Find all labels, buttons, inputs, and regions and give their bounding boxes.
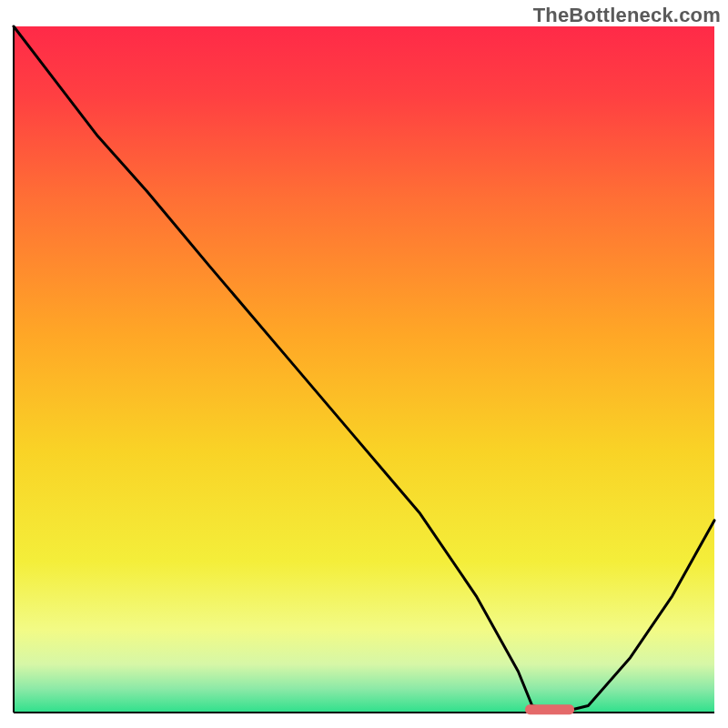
bottleneck-chart — [0, 0, 728, 728]
optimal-marker — [525, 704, 574, 714]
chart-container: TheBottleneck.com — [0, 0, 728, 728]
plot-background — [14, 26, 714, 713]
